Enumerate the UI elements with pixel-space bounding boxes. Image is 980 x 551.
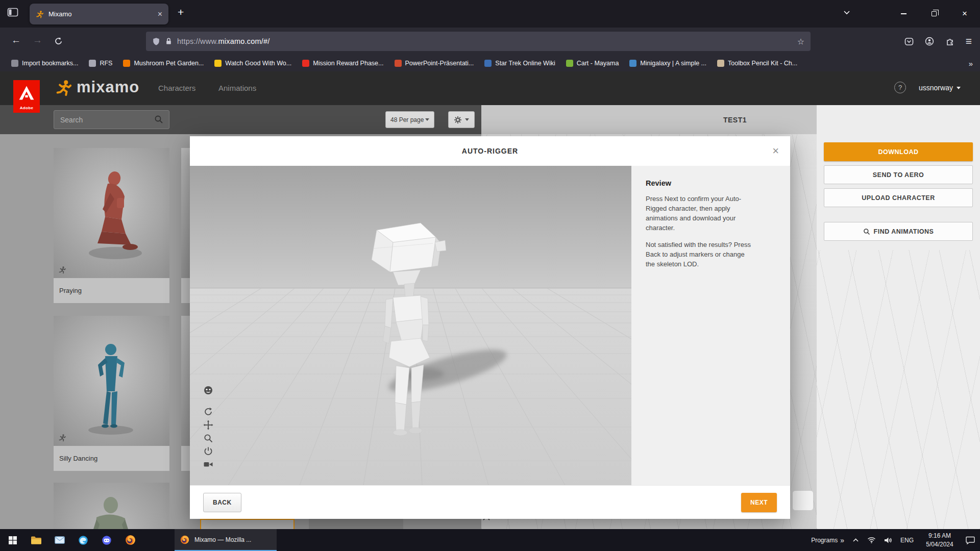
camera-icon[interactable] xyxy=(203,459,213,469)
bookmark-star-icon[interactable]: ☆ xyxy=(797,37,804,46)
search-icon xyxy=(863,228,870,235)
tab-close-icon[interactable]: × xyxy=(158,10,162,19)
viewer-widget[interactable] xyxy=(792,490,814,511)
new-tab-button[interactable]: + xyxy=(178,6,184,18)
upload-character-button[interactable]: UPLOAD CHARACTER xyxy=(824,188,973,207)
back-button[interactable]: BACK xyxy=(203,493,241,512)
character-card[interactable]: Silly Dancing xyxy=(54,316,169,471)
mail-icon[interactable] xyxy=(48,529,71,551)
adobe-label: Adobe xyxy=(20,106,33,110)
auto-rigger-dialog: AUTO-RIGGER × xyxy=(190,136,790,519)
programs-toolbar[interactable]: Programs » xyxy=(811,536,844,544)
forward-button[interactable]: → xyxy=(33,35,42,46)
pan-tool-icon[interactable] xyxy=(203,420,213,430)
character-title: TEST1 xyxy=(723,116,747,124)
bookmark-item[interactable]: Star Trek Online Wiki xyxy=(480,58,559,68)
bookmark-item[interactable]: Import bookmarks... xyxy=(7,58,82,68)
shield-icon[interactable] xyxy=(152,37,160,46)
firefox-view-icon[interactable] xyxy=(7,8,18,17)
firefox-icon xyxy=(180,535,190,545)
next-button[interactable]: NEXT xyxy=(741,493,777,512)
user-menu[interactable]: ussnorway xyxy=(919,84,961,92)
browser-nav-bar: ← → https://www.mixamo.com/#/ ☆ xyxy=(0,28,980,55)
search-row: 48 Per page xyxy=(0,105,481,134)
bookmark-item[interactable]: Mission Reward Phase... xyxy=(298,58,387,68)
window-minimize-button[interactable] xyxy=(888,0,919,28)
review-heading: Review xyxy=(646,179,776,187)
menu-icon[interactable]: ≡ xyxy=(966,35,972,47)
bookmark-item[interactable]: Toolbox Pencil Kit - Ch... xyxy=(713,58,801,68)
wifi-icon[interactable] xyxy=(867,537,876,543)
mixamo-favicon-icon xyxy=(36,10,44,18)
nav-tab-animations[interactable]: Animations xyxy=(218,84,256,92)
reload-icon[interactable] xyxy=(54,37,63,45)
bookmark-item[interactable]: Mushroom Pet Garden... xyxy=(119,58,208,68)
selected-card-edge[interactable] xyxy=(200,519,295,529)
help-button[interactable]: ? xyxy=(894,82,906,93)
action-center-icon[interactable] xyxy=(966,536,975,544)
tab-list-chevron-icon[interactable] xyxy=(843,10,850,15)
show-skeleton-icon[interactable] xyxy=(203,385,213,395)
action-sidebar: DOWNLOAD SEND TO AERO UPLOAD CHARACTER F… xyxy=(817,105,980,529)
bookmark-item[interactable]: Watch Good With Wo... xyxy=(210,58,296,68)
firefox-icon[interactable] xyxy=(118,529,142,551)
power-icon[interactable] xyxy=(203,446,213,456)
review-paragraph: Not satisfied with the results? Press Ba… xyxy=(646,240,753,269)
pocket-icon[interactable] xyxy=(904,37,914,46)
bookmark-favicon xyxy=(123,60,130,67)
windows-taskbar: Mixamo — Mozilla ... Programs » ENG 9:16… xyxy=(0,529,980,551)
character-thumbnail xyxy=(54,148,169,278)
window-restore-button[interactable] xyxy=(919,0,949,28)
speaker-icon[interactable] xyxy=(884,537,892,544)
lock-icon[interactable] xyxy=(165,37,173,45)
nav-tab-characters[interactable]: Characters xyxy=(158,84,195,92)
account-icon[interactable] xyxy=(925,37,934,46)
bookmarks-overflow-icon[interactable]: » xyxy=(969,59,973,68)
bookmark-favicon xyxy=(11,60,18,67)
url-bar[interactable]: https://www.mixamo.com/#/ ☆ xyxy=(146,32,811,51)
screen: Mixamo × + × ← → https://www.mixamo.com/… xyxy=(0,0,980,551)
per-page-select[interactable]: 48 Per page xyxy=(385,111,434,128)
window-close-button[interactable]: × xyxy=(949,0,980,28)
mixamo-runner-icon[interactable] xyxy=(55,79,72,96)
dialog-header: AUTO-RIGGER × xyxy=(190,136,790,166)
search-input[interactable] xyxy=(54,110,169,129)
extensions-icon[interactable] xyxy=(945,37,954,46)
folder-icon xyxy=(89,60,96,67)
character-name: Silly Dancing xyxy=(54,446,169,471)
find-animations-button[interactable]: FIND ANIMATIONS xyxy=(824,222,973,241)
taskbar-active-window[interactable]: Mixamo — Mozilla ... xyxy=(175,529,277,551)
hidden-icons-chevron-icon[interactable] xyxy=(852,538,859,542)
edge-browser-icon[interactable] xyxy=(71,529,95,551)
adobe-logo[interactable]: Adobe xyxy=(13,80,40,113)
close-icon[interactable]: × xyxy=(772,144,779,158)
mixamo-brand[interactable]: mixamo xyxy=(77,78,139,96)
start-button[interactable] xyxy=(1,529,24,551)
file-explorer-icon[interactable] xyxy=(24,529,48,551)
bookmark-item[interactable]: RFS xyxy=(85,58,116,68)
bookmark-favicon xyxy=(395,60,402,67)
send-to-aero-button[interactable]: SEND TO AERO xyxy=(824,165,973,184)
bookmark-favicon xyxy=(629,60,636,67)
language-indicator[interactable]: ENG xyxy=(900,537,914,544)
character-card[interactable]: Praying xyxy=(54,148,169,303)
rig-preview-viewport[interactable] xyxy=(190,166,631,485)
browser-tab[interactable]: Mixamo × xyxy=(30,4,168,24)
character-card[interactable] xyxy=(54,483,169,529)
bookmark-item[interactable]: Cart - Mayama xyxy=(562,58,623,68)
taskbar-clock[interactable]: 9:16 AM 5/04/2024 xyxy=(922,532,958,548)
zoom-tool-icon[interactable] xyxy=(203,433,213,443)
discord-icon[interactable] xyxy=(95,529,118,551)
back-button[interactable]: ← xyxy=(11,35,21,46)
download-button[interactable]: DOWNLOAD xyxy=(824,142,973,161)
dialog-footer: BACK NEXT xyxy=(190,485,790,519)
search-icon[interactable] xyxy=(154,115,163,124)
rotate-tool-icon[interactable] xyxy=(203,407,213,417)
tab-title: Mixamo xyxy=(48,10,72,18)
bookmark-item[interactable]: Minigalaxy | A simple ... xyxy=(625,58,710,68)
settings-dropdown-button[interactable] xyxy=(448,111,475,128)
animation-type-icon xyxy=(58,434,66,442)
bookmark-item[interactable]: PowerPoint-Präsentati... xyxy=(390,58,478,68)
chevron-right-icon: » xyxy=(840,536,844,544)
card-edge[interactable] xyxy=(309,519,403,529)
